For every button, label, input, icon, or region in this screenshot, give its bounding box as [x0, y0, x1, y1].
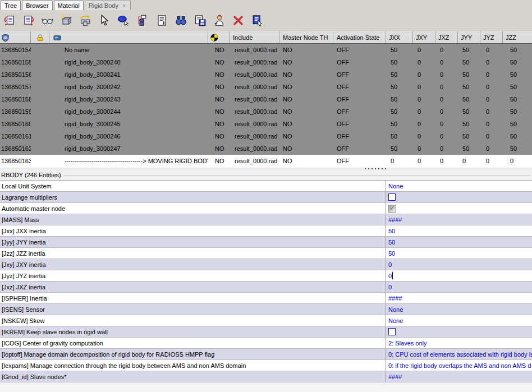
import-icon[interactable]	[3, 15, 15, 27]
column-header-jyz[interactable]: JYZ	[480, 31, 503, 43]
tab-tree[interactable]: Tree	[1, 1, 21, 10]
checkbox-unchecked[interactable]	[388, 193, 396, 201]
edit-icon[interactable]	[251, 15, 263, 27]
table-row[interactable]: 136850154No nameNOresult_0000.radNOOFF50…	[0, 44, 532, 56]
property-value[interactable]: 0	[386, 270, 532, 281]
property-value[interactable]: ####	[386, 214, 532, 225]
cell-master_node_th: NO	[279, 59, 333, 66]
property-value[interactable]: 50	[386, 248, 532, 259]
tab-bar: Tree Browser Material Rigid Body ×	[0, 0, 532, 10]
panel-splitter[interactable]	[0, 167, 532, 170]
property-value[interactable]	[386, 192, 532, 202]
cell-jxx: 50	[386, 133, 413, 140]
cell-jzz: 50	[503, 121, 532, 127]
column-header-master-node-th[interactable]: Master Node TH	[279, 31, 333, 43]
column-header-lock[interactable]	[31, 31, 49, 43]
property-value[interactable]: 0	[386, 259, 532, 270]
close-tab-icon[interactable]: ×	[122, 3, 126, 9]
property-label: [ISENS] Sensor	[0, 304, 386, 315]
property-value[interactable]: 0: if the rigid body overlaps the AMS an…	[386, 360, 532, 371]
cell-jyz: 0	[480, 59, 503, 66]
cell-master_node_th: NO	[279, 108, 333, 115]
property-value[interactable]: 2: Slaves only	[386, 338, 532, 348]
table-row[interactable]: 136850162rigid_body_3000247NOresult_0000…	[0, 142, 532, 155]
cell-jzz: 50	[503, 108, 532, 115]
entity-table-rows: 136850154No nameNOresult_0000.radNOOFF50…	[0, 44, 532, 167]
table-row[interactable]: 136850158rigid_body_3000243NOresult_0000…	[0, 93, 532, 105]
hierarchy-icon[interactable]	[136, 15, 149, 27]
property-value[interactable]: None	[386, 315, 532, 326]
column-header-jyy[interactable]: JYY	[458, 31, 480, 43]
cell-jyz: 0	[480, 96, 503, 103]
cell-name: rigid_body_3000244	[49, 108, 208, 115]
property-label: [NSKEW] Skew	[0, 315, 386, 326]
entity-table-header: ID Include Master Node TH Activation Sta…	[0, 31, 532, 44]
column-header-name[interactable]	[49, 31, 208, 43]
cell-jxy: 0	[413, 145, 435, 152]
property-value[interactable]: ####	[386, 371, 532, 382]
table-row[interactable]: 136850163-------------------------------…	[0, 155, 532, 167]
table-row[interactable]: 136850161rigid_body_3000246NOresult_0000…	[0, 130, 532, 142]
cell-jxz: 0	[435, 121, 458, 127]
cell-jyy: 50	[458, 133, 480, 140]
property-row: [Iexpams] Manage connection through the …	[0, 360, 532, 371]
table-row[interactable]: 136850160rigid_body_3000245NOresult_0000…	[0, 118, 532, 130]
column-header-activation-state[interactable]: Activation State	[333, 31, 386, 43]
table-row[interactable]: 136850156rigid_body_3000241NOresult_0000…	[0, 68, 532, 81]
table-row[interactable]: 136850155rigid_body_3000240NOresult_0000…	[0, 56, 532, 68]
property-value[interactable]: None	[386, 181, 532, 191]
cell-jxz: 0	[435, 71, 458, 78]
property-label: [Jxz] JXZ inertia	[0, 282, 386, 292]
tab-browser[interactable]: Browser	[22, 1, 52, 10]
cell-jxx: 50	[386, 108, 413, 115]
search-icon[interactable]	[175, 15, 187, 27]
cell-master_node_th: NO	[279, 96, 333, 103]
column-header-jxz[interactable]: JXZ	[435, 31, 458, 43]
cell-jzz: 50	[503, 71, 532, 78]
property-value[interactable]: 50	[386, 225, 532, 236]
checkbox-unchecked[interactable]	[388, 328, 396, 335]
property-value[interactable]: 50	[386, 237, 532, 247]
cell-name: No name	[49, 47, 208, 53]
cell-jyy: 50	[458, 71, 480, 78]
cell-activation_state: OFF	[333, 71, 386, 78]
column-header-cg[interactable]	[208, 31, 230, 43]
select-icon[interactable]	[98, 15, 111, 27]
toolbar	[0, 10, 532, 31]
column-header-include[interactable]: Include	[230, 31, 279, 43]
property-value[interactable]: 0: CPU cost of elements associated with …	[386, 349, 532, 359]
export-icon[interactable]	[22, 15, 34, 27]
checkbox-checked	[388, 205, 396, 213]
cell-ball: NO	[208, 133, 230, 140]
table-row[interactable]: 136850157rigid_body_3000242NOresult_0000…	[0, 81, 532, 93]
property-value[interactable]: 0	[386, 282, 532, 292]
pick-icon[interactable]	[117, 15, 130, 27]
property-value-text: 50	[388, 239, 395, 246]
column-header-id[interactable]: ID	[0, 31, 31, 43]
delete-icon[interactable]	[232, 15, 244, 27]
cell-jzz: 50	[503, 133, 532, 140]
tab-material[interactable]: Material	[54, 1, 84, 10]
cell-jxy: 0	[413, 108, 435, 115]
property-value[interactable]: None	[386, 304, 532, 315]
info-icon[interactable]	[155, 15, 168, 27]
property-panel-title-row: RBODY (246 Entities)	[0, 170, 532, 180]
column-header-jxy[interactable]: JXY	[413, 31, 435, 43]
lock-icon	[36, 34, 44, 42]
create-icon[interactable]	[60, 15, 72, 27]
property-value[interactable]	[386, 203, 532, 214]
view-icon[interactable]	[41, 15, 53, 27]
save-icon[interactable]	[194, 15, 206, 27]
column-label: Activation State	[337, 34, 379, 41]
column-label: JZZ	[506, 34, 516, 41]
property-label: [Iexpams] Manage connection through the …	[0, 360, 386, 371]
column-header-jzz[interactable]: JZZ	[503, 31, 532, 43]
application-window: Tree Browser Material Rigid Body × ID In…	[0, 0, 532, 392]
copy-icon[interactable]	[79, 15, 91, 27]
column-header-jxx[interactable]: JXX	[386, 31, 413, 43]
user-icon[interactable]	[213, 15, 225, 27]
table-row[interactable]: 136850159rigid_body_3000244NOresult_0000…	[0, 105, 532, 118]
property-value[interactable]	[386, 326, 532, 337]
tab-rigid-body[interactable]: Rigid Body ×	[85, 1, 131, 10]
property-value[interactable]: ####	[386, 293, 532, 303]
